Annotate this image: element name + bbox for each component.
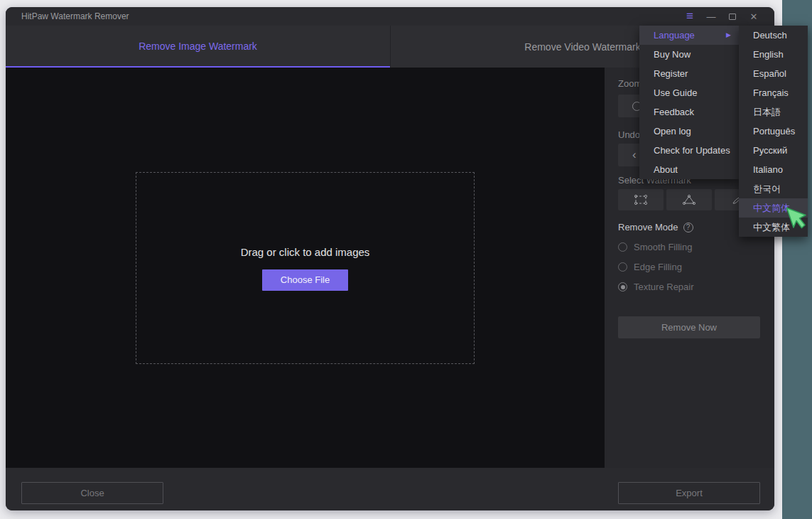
radio-circle-icon	[618, 262, 627, 272]
footer-bar: Close Export	[6, 468, 774, 510]
radio-label: Smooth Filling	[634, 242, 692, 252]
language-item-japanese[interactable]: 日本語	[739, 102, 808, 122]
radio-smooth-filling[interactable]: Smooth Filling	[618, 242, 692, 252]
language-submenu: Deutsch English Español Français 日本語 Por…	[739, 26, 808, 237]
remove-now-button[interactable]: Remove Now	[618, 316, 760, 338]
menu-item-language[interactable]: Language ▶	[639, 26, 739, 45]
language-item-deutsch[interactable]: Deutsch	[739, 26, 808, 45]
language-item-francais[interactable]: Français	[739, 83, 808, 102]
language-item-italiano[interactable]: Italiano	[739, 160, 808, 179]
hamburger-menu-icon[interactable]: ≡	[679, 9, 700, 24]
help-icon[interactable]: ?	[683, 223, 693, 232]
minimize-icon[interactable]: —	[700, 9, 722, 24]
menu-item-about[interactable]: About	[639, 160, 739, 179]
app-dropdown-menu: Language ▶ Buy Now Register Use Guide Fe…	[639, 26, 739, 179]
window-title: HitPaw Watermark Remover	[16, 11, 129, 21]
radio-label: Edge Filling	[634, 262, 682, 272]
undo-arrow-icon: ‹	[632, 148, 637, 162]
menu-item-open-log[interactable]: Open log	[639, 122, 739, 141]
maximize-box-glyph	[729, 14, 736, 20]
radio-circle-icon	[618, 242, 627, 252]
close-button[interactable]: Close	[21, 482, 163, 504]
remove-mode-label: Remove Mode	[618, 222, 678, 232]
language-item-espanol[interactable]: Español	[739, 64, 808, 83]
undo-label: Undo	[618, 129, 640, 140]
tab-remove-image-watermark[interactable]: Remove Image Watermark	[6, 26, 390, 68]
titlebar-buttons: ≡ — ✕	[679, 9, 764, 24]
radio-texture-repair[interactable]: Texture Repair	[618, 282, 694, 292]
image-canvas: Drag or click to add images Choose File	[6, 68, 605, 468]
menu-item-buy-now[interactable]: Buy Now	[639, 45, 739, 64]
language-item-korean[interactable]: 한국어	[739, 179, 808, 198]
language-item-english[interactable]: English	[739, 45, 808, 64]
mouse-cursor-icon	[786, 207, 807, 235]
remove-mode-header: Remove Mode ?	[618, 222, 693, 232]
menu-item-register[interactable]: Register	[639, 64, 739, 83]
menu-item-feedback[interactable]: Feedback	[639, 102, 739, 122]
title-bar: HitPaw Watermark Remover ≡ — ✕	[6, 7, 774, 26]
radio-circle-icon	[618, 282, 627, 291]
radio-label: Texture Repair	[634, 282, 694, 292]
export-button[interactable]: Export	[618, 482, 760, 504]
polygon-icon	[681, 194, 697, 205]
radio-edge-filling[interactable]: Edge Filling	[618, 262, 682, 272]
polygon-select-tool-button[interactable]	[666, 189, 712, 210]
menu-item-label: Language	[654, 30, 695, 41]
close-icon[interactable]: ✕	[743, 9, 764, 24]
marquee-icon	[633, 194, 649, 205]
zoom-label: Zoom	[618, 78, 642, 89]
menu-item-use-guide[interactable]: Use Guide	[639, 83, 739, 102]
submenu-arrow-icon: ▶	[726, 26, 731, 45]
language-item-russian[interactable]: Русский	[739, 141, 808, 160]
drop-hint-text: Drag or click to add images	[241, 246, 370, 258]
drop-zone[interactable]: Drag or click to add images Choose File	[136, 172, 475, 364]
choose-file-button[interactable]: Choose File	[262, 269, 348, 291]
marquee-select-tool-button[interactable]	[618, 189, 664, 210]
menu-item-check-for-updates[interactable]: Check for Updates	[639, 141, 739, 160]
maximize-icon[interactable]	[722, 9, 743, 24]
language-item-portugues[interactable]: Português	[739, 122, 808, 141]
